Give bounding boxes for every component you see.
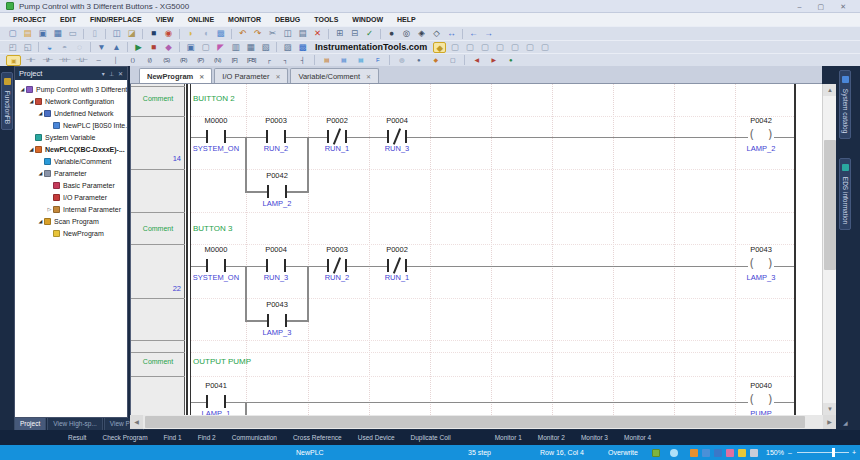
save-all-icon[interactable]: ▦ bbox=[51, 28, 64, 39]
back-icon[interactable]: ← bbox=[467, 28, 480, 39]
menu-item-tools[interactable]: TOOLS bbox=[307, 16, 345, 23]
mode-debug-icon[interactable]: ◆ bbox=[162, 42, 175, 53]
rung-comment[interactable]: BUITTON 2 bbox=[193, 94, 235, 103]
reset-coil-tool-icon[interactable]: (R) bbox=[176, 55, 191, 66]
tree-expander-icon[interactable]: ◢ bbox=[28, 98, 35, 104]
read-plc-icon[interactable]: ▲ bbox=[110, 42, 123, 53]
tree-item-scan-program[interactable]: ◢Scan Program bbox=[15, 215, 127, 227]
program-check-icon[interactable]: ▢ bbox=[493, 42, 506, 53]
f-key-window-icon[interactable]: F bbox=[370, 55, 385, 66]
bottom-tab-duplicate-coil[interactable]: Duplicate Coil bbox=[403, 434, 459, 441]
status-indicator-3[interactable] bbox=[714, 449, 722, 457]
copy-icon[interactable]: ◫ bbox=[281, 28, 294, 39]
menu-item-monitor[interactable]: MONITOR bbox=[221, 16, 268, 23]
flag-monitor-icon[interactable]: ◤ bbox=[214, 42, 227, 53]
redo-icon[interactable]: ↷ bbox=[251, 28, 264, 39]
io-view-icon[interactable]: ▢ bbox=[523, 42, 536, 53]
data-trace-icon[interactable]: ▩ bbox=[296, 42, 309, 53]
tab-close-icon[interactable]: ✕ bbox=[275, 73, 280, 80]
tree-item-system-variable[interactable]: System Variable bbox=[15, 131, 127, 143]
menu-item-help[interactable]: HELP bbox=[390, 16, 423, 23]
tab-newprogram[interactable]: NewProgram ✕ bbox=[139, 68, 212, 83]
plc-change-icon[interactable]: ◫ bbox=[110, 28, 123, 39]
comment-tool-icon[interactable]: ◗ bbox=[184, 28, 197, 39]
tree-expander-icon[interactable]: ◢ bbox=[19, 86, 26, 92]
scroll-up-icon[interactable]: ▲ bbox=[823, 84, 837, 96]
tree-expander-icon[interactable]: ◢ bbox=[28, 146, 35, 152]
bottom-tab-monitor-3[interactable]: Monitor 3 bbox=[573, 434, 616, 441]
tree-item-variable-comment[interactable]: Variable/Comment bbox=[15, 155, 127, 167]
write-plc-icon[interactable]: ▼ bbox=[95, 42, 108, 53]
menu-item-edit[interactable]: EDIT bbox=[53, 16, 83, 23]
tree-item-network-configuration[interactable]: ◢Network Configuration bbox=[15, 95, 127, 107]
status-indicator-1[interactable] bbox=[690, 449, 698, 457]
restore-icon[interactable]: ▢ bbox=[818, 0, 825, 13]
lock-icon[interactable] bbox=[652, 449, 660, 457]
find-all-icon[interactable]: ◇ bbox=[430, 28, 443, 39]
no-contact-icon[interactable]: ⊣⊢ bbox=[23, 55, 38, 66]
tree-expander-icon[interactable]: ◢ bbox=[37, 218, 44, 224]
used-device-icon[interactable]: ◆ bbox=[433, 42, 446, 53]
check-program-view-icon[interactable]: ▢ bbox=[463, 42, 476, 53]
check-ok-icon[interactable]: ✓ bbox=[363, 28, 376, 39]
zoom-in-icon[interactable]: + bbox=[852, 445, 856, 460]
coil-symbol[interactable]: () bbox=[748, 258, 774, 272]
pan-tool-icon[interactable]: ◖ bbox=[199, 28, 212, 39]
zoom-in-icon[interactable]: ◎ bbox=[394, 55, 409, 66]
special-module-icon[interactable]: ▨ bbox=[281, 42, 294, 53]
delete-icon[interactable]: ✕ bbox=[311, 28, 324, 39]
nc-contact-symbol[interactable] bbox=[327, 130, 347, 143]
prev-window-icon[interactable]: ◀ bbox=[469, 55, 484, 66]
delete-branch-icon[interactable]: ┤ bbox=[295, 55, 310, 66]
zoom-slider-thumb[interactable] bbox=[832, 448, 835, 457]
menu-item-view[interactable]: VIEW bbox=[149, 16, 181, 23]
scrollbar-thumb[interactable] bbox=[145, 416, 805, 428]
hline-icon[interactable]: ─ bbox=[91, 55, 106, 66]
close-icon[interactable]: ✕ bbox=[840, 0, 846, 13]
find-device-icon[interactable]: ◈ bbox=[415, 28, 428, 39]
branch-open-icon[interactable]: ┌ bbox=[261, 55, 276, 66]
editor-horizontal-scrollbar[interactable]: ◀ ▶ bbox=[130, 415, 836, 429]
ladder-editor[interactable]: Comment Comment Comment 14 22 BUITTON 2 … bbox=[130, 84, 822, 415]
bottom-tab-monitor-4[interactable]: Monitor 4 bbox=[616, 434, 659, 441]
set-coil-tool-icon[interactable]: (S) bbox=[159, 55, 174, 66]
nc-contact-symbol[interactable] bbox=[387, 130, 407, 143]
bottom-tab-monitor-2[interactable]: Monitor 2 bbox=[530, 434, 573, 441]
info-icon[interactable]: ● bbox=[503, 55, 518, 66]
tab-io-parameter[interactable]: I/O Parameter ✕ bbox=[214, 68, 288, 83]
coil-symbol[interactable]: () bbox=[748, 129, 774, 143]
tree-item-newplc-xbc-dxxxe[interactable]: ◢NewPLC(XBC-DxxxE)-... bbox=[15, 143, 127, 155]
zoom-out-icon[interactable]: – bbox=[788, 445, 792, 460]
scroll-left-icon[interactable]: ◀ bbox=[130, 415, 143, 429]
rising-coil-tool-icon[interactable]: (P) bbox=[193, 55, 208, 66]
menu-item-online[interactable]: ONLINE bbox=[181, 16, 221, 23]
zoom-slider[interactable] bbox=[797, 445, 849, 460]
forward-icon[interactable]: → bbox=[482, 28, 495, 39]
rising-contact-icon[interactable]: ⊣↑⊢ bbox=[57, 55, 72, 66]
zoom-out-icon[interactable]: ● bbox=[411, 55, 426, 66]
panel-menu-icon[interactable]: ▾ bbox=[102, 70, 105, 77]
falling-coil-tool-icon[interactable]: (N) bbox=[210, 55, 225, 66]
no-contact-symbol[interactable] bbox=[267, 185, 287, 198]
window-project-icon[interactable]: ◰ bbox=[6, 42, 19, 53]
nc-contact-symbol[interactable] bbox=[327, 259, 347, 272]
no-contact-symbol[interactable] bbox=[266, 130, 286, 143]
editor-vertical-scrollbar[interactable]: ▲ ▼ bbox=[822, 84, 836, 415]
tree-item-newplc-b0s0-inte[interactable]: NewPLC [B0S0 Inte... bbox=[15, 119, 127, 131]
paste-icon[interactable]: ▤ bbox=[296, 28, 309, 39]
monitor-start-icon[interactable]: ▣ bbox=[184, 42, 197, 53]
connect-settings-icon[interactable]: ◓ bbox=[58, 42, 71, 53]
next-window-icon[interactable]: ▶ bbox=[486, 55, 501, 66]
open-project-icon[interactable]: ▤ bbox=[21, 28, 34, 39]
duplicate-coil-view-icon[interactable]: ▢ bbox=[478, 42, 491, 53]
tree-item-parameter[interactable]: ◢Parameter bbox=[15, 167, 127, 179]
disconnect-icon[interactable]: ◌ bbox=[73, 42, 86, 53]
paste-special-icon[interactable]: ▯ bbox=[88, 28, 101, 39]
status-indicator-2[interactable] bbox=[702, 449, 710, 457]
cross-reference-view-icon[interactable]: ▢ bbox=[448, 42, 461, 53]
vline-icon[interactable]: │ bbox=[108, 55, 123, 66]
tree-item-undefined-network[interactable]: ◢Undefined Network bbox=[15, 107, 127, 119]
scrollbar-thumb[interactable] bbox=[824, 140, 836, 270]
no-contact-symbol[interactable] bbox=[206, 259, 226, 272]
var-window-icon[interactable]: ▤ bbox=[319, 55, 334, 66]
